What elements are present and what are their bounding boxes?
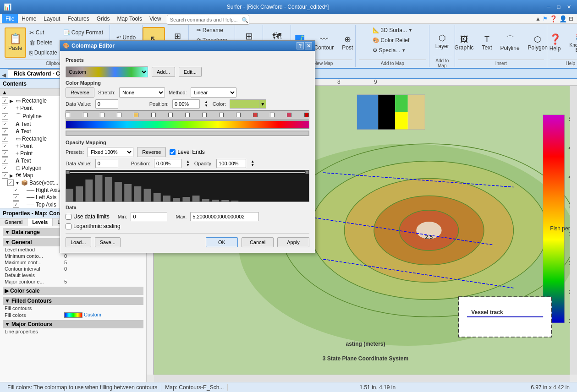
svg-rect-56 xyxy=(85,180,93,202)
dialog-help-btn[interactable]: ? xyxy=(297,42,304,49)
dialog-close-btn[interactable]: ✕ xyxy=(305,42,312,49)
logarithmic-text: Logarithmic scaling xyxy=(73,223,121,229)
opacity-down[interactable]: ▼ xyxy=(251,163,254,167)
color-nodes-area[interactable] xyxy=(66,110,309,120)
svg-rect-69 xyxy=(212,200,219,202)
color-mapping-row2: Data Value: Position: ▲ ▼ Color: ▼ xyxy=(66,99,309,109)
color-node-12[interactable] xyxy=(270,113,275,117)
presets-row: Presets xyxy=(66,54,309,65)
dialog-body: Presets Custom Add... Edit... Color Mapp… xyxy=(60,51,315,253)
opacity-presets-select[interactable]: Fixed 100% xyxy=(88,147,133,157)
color-scrollbar-thumb[interactable] xyxy=(66,131,309,136)
svg-rect-65 xyxy=(173,198,180,202)
load-btn[interactable]: Load... xyxy=(66,237,91,247)
color-node-3[interactable] xyxy=(117,113,121,117)
color-mapping-label: Color Mapping xyxy=(66,80,309,86)
use-data-limits-text: Use data limits xyxy=(73,213,110,220)
color-node-7[interactable] xyxy=(185,113,190,117)
save-btn[interactable]: Save... xyxy=(95,237,121,247)
opacity-pos-spinners[interactable]: ▲ ▼ xyxy=(186,160,190,167)
opacity-histogram[interactable] xyxy=(66,170,309,202)
svg-rect-60 xyxy=(124,184,132,202)
presets-select[interactable]: Custom xyxy=(66,66,148,77)
data-value-label: Data Value: xyxy=(66,101,92,107)
color-node-10[interactable] xyxy=(236,113,241,117)
svg-rect-70 xyxy=(221,200,229,202)
use-data-limits-label[interactable]: Use data limits xyxy=(66,213,110,220)
position-label: Position: xyxy=(149,101,169,107)
method-select[interactable]: Linear xyxy=(191,87,236,98)
dialog-titlebar: 🎨 Colormap Editor ? ✕ xyxy=(60,41,315,51)
reverse-opacity-btn[interactable]: Reverse xyxy=(137,147,166,157)
logarithmic-label[interactable]: Logarithmic scaling xyxy=(66,223,121,229)
color-node-13[interactable] xyxy=(287,113,291,117)
level-ends-checkbox-label[interactable]: Level Ends xyxy=(170,149,204,155)
level-ends-checkbox[interactable] xyxy=(170,149,176,155)
opacity-input[interactable] xyxy=(216,159,246,168)
max-input[interactable] xyxy=(190,212,259,221)
color-gradient-preview xyxy=(66,120,309,129)
color-node-14[interactable] xyxy=(304,113,309,117)
svg-rect-55 xyxy=(76,186,83,202)
opacity-position-input[interactable] xyxy=(154,159,181,168)
color-picker-arrow[interactable]: ▼ xyxy=(259,100,266,108)
position-spinners[interactable]: ▲ ▼ xyxy=(204,100,208,108)
add-preset-btn[interactable]: Add... xyxy=(152,67,175,77)
dialog-title: Colormap Editor xyxy=(71,43,115,49)
color-nodes-strip[interactable] xyxy=(66,110,309,120)
opacity-mapping-label: Opacity Mapping xyxy=(66,140,309,145)
dialog-titlebar-left: 🎨 Colormap Editor xyxy=(63,43,115,49)
opacity-row2: Data Value: Position: ▲ ▼ Opacity: ▲ ▼ xyxy=(66,159,309,168)
data-row2: Logarithmic scaling xyxy=(66,223,309,229)
svg-rect-63 xyxy=(154,193,161,202)
svg-rect-57 xyxy=(95,175,103,202)
stretch-label: Stretch: xyxy=(98,90,115,95)
hist-handle-tr[interactable] xyxy=(305,170,309,174)
dialog-titlebar-controls[interactable]: ? ✕ xyxy=(297,42,312,49)
data-row1: Use data limits Min: Max: xyxy=(66,212,309,221)
opacity-row1: Presets: Fixed 100% Reverse Level Ends xyxy=(66,147,309,157)
presets-control-row: Custom Add... Edit... xyxy=(66,66,309,77)
opacity-presets-label: Presets: xyxy=(66,149,84,155)
position-input[interactable] xyxy=(172,99,200,109)
opacity-label: Opacity: xyxy=(194,161,213,166)
position-down[interactable]: ▼ xyxy=(204,104,208,108)
svg-rect-61 xyxy=(134,186,141,202)
color-node-6[interactable] xyxy=(168,113,173,117)
opacity-hist-container xyxy=(66,170,309,202)
color-node-4[interactable] xyxy=(134,113,138,117)
color-node-5[interactable] xyxy=(151,113,156,117)
min-input[interactable] xyxy=(131,212,167,221)
method-label: Method: xyxy=(169,90,187,95)
use-data-limits-checkbox[interactable] xyxy=(66,214,71,220)
opacity-spinners[interactable]: ▲ ▼ xyxy=(251,160,254,167)
hist-handle-tl[interactable] xyxy=(66,170,70,174)
color-node-11[interactable] xyxy=(253,113,258,117)
color-node-9[interactable] xyxy=(219,113,224,117)
color-mapping-row1: Reverse Stretch: None Linear Method: Lin… xyxy=(66,87,309,98)
ok-btn[interactable]: OK xyxy=(206,237,238,247)
color-node-1[interactable] xyxy=(83,113,88,117)
color-scrollbar[interactable] xyxy=(66,131,309,136)
opacity-data-value-input[interactable] xyxy=(95,159,118,168)
color-picker[interactable]: ▼ xyxy=(230,99,266,109)
presets-label: Presets xyxy=(66,57,84,63)
edit-preset-btn[interactable]: Edit... xyxy=(179,67,202,77)
max-label: Max: xyxy=(176,214,187,219)
opacity-data-value-label: Data Value: xyxy=(66,161,92,166)
svg-rect-64 xyxy=(163,196,170,202)
svg-rect-71 xyxy=(231,201,238,202)
data-value-input[interactable] xyxy=(95,99,118,109)
svg-rect-58 xyxy=(105,177,112,202)
reverse-color-btn[interactable]: Reverse xyxy=(66,87,94,98)
stretch-select[interactable]: None Linear xyxy=(119,87,165,98)
apply-btn[interactable]: Apply xyxy=(277,237,309,247)
opacity-pos-down[interactable]: ▼ xyxy=(186,163,190,167)
svg-rect-62 xyxy=(144,189,151,202)
logarithmic-checkbox[interactable] xyxy=(66,223,71,229)
color-node-0[interactable] xyxy=(66,113,70,117)
color-node-8[interactable] xyxy=(202,113,207,117)
color-node-2[interactable] xyxy=(100,113,104,117)
histogram-svg xyxy=(66,170,309,202)
cancel-btn[interactable]: Cancel xyxy=(242,237,274,247)
